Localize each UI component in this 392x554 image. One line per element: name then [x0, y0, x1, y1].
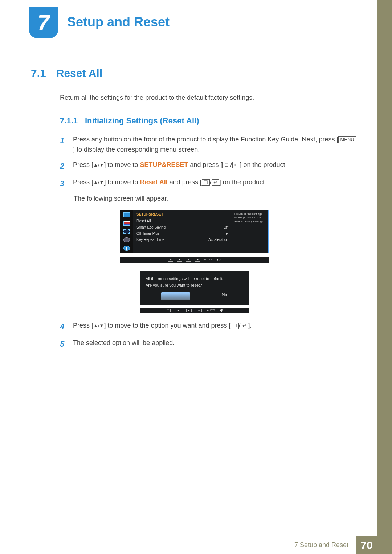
- chapter-tab: 7: [29, 7, 58, 38]
- osd-sidebar: i: [120, 210, 133, 253]
- confirm-line-1: All the menu settings will be reset to d…: [146, 276, 243, 281]
- close-icon: ✕: [166, 309, 171, 312]
- power-icon: ⏻: [217, 258, 220, 262]
- up-down-arrow-icon: ▲/▼: [93, 162, 104, 168]
- osd-navbar: ◄ ▼ ▲ ► AUTO ⏻: [120, 257, 269, 263]
- osd-screenshot-confirm: All the menu settings will be reset to d…: [140, 271, 249, 305]
- step-2: 2 Press [▲/▼] to move to SETUP&RESET and…: [60, 160, 358, 172]
- step-5: 5 The selected option will be applied.: [60, 338, 358, 350]
- right-arrow-icon: ►: [195, 258, 200, 262]
- confirm-yes-option: [161, 292, 190, 300]
- text: ] to display the corresponding menu scre…: [73, 146, 200, 153]
- footer-page-number: 70: [356, 536, 377, 554]
- osd-row-value: Off: [224, 225, 228, 229]
- text: Press [: [73, 161, 93, 168]
- left-arrow-icon: ◄: [176, 309, 181, 312]
- text: ] on the product.: [219, 178, 266, 186]
- enter-button-icon: ↵: [241, 323, 248, 329]
- up-down-arrow-icon: ▲/▼: [93, 180, 104, 185]
- confirm-no-option: No: [222, 292, 227, 300]
- step-text: Press any button on the front of the pro…: [73, 135, 358, 155]
- osd-row: Smart Eco SavingOff: [136, 225, 228, 229]
- osd-title: SETUP&RESET: [136, 212, 228, 216]
- step-3: 3 Press [▲/▼] to move to Reset All and p…: [60, 177, 358, 190]
- text: ] to move to: [104, 178, 140, 186]
- auto-label: AUTO: [207, 309, 215, 312]
- osd-row: Key Repeat TimeAcceleration: [136, 238, 228, 242]
- subsection-number: 7.1.1: [60, 116, 78, 126]
- osd-row-label: Off Timer Plus: [136, 231, 159, 235]
- content: 7.1 Reset All Return all the settings fo…: [31, 67, 358, 356]
- size-icon: [123, 229, 130, 234]
- chapter-title: Setup and Reset: [67, 15, 170, 30]
- monitor-icon: [123, 212, 130, 217]
- step-text: The selected option will be applied.: [73, 338, 358, 350]
- osd-screenshot-setup-reset: i SETUP&RESET Reset All Smart Eco Saving…: [120, 210, 269, 253]
- highlight-reset-all: Reset All: [140, 178, 167, 186]
- right-arrow-icon: ►: [186, 309, 192, 312]
- rect-button-icon: ☐: [222, 162, 230, 168]
- menu-button-glyph: MENU: [338, 136, 356, 143]
- osd-navbar-2: ✕ ◄ ► ↵ AUTO ⏻: [140, 308, 249, 313]
- highlight-setup-reset: SETUP&RESET: [140, 161, 188, 168]
- text: ].: [248, 322, 252, 329]
- step-number: 2: [60, 160, 66, 172]
- step-number: 5: [60, 338, 66, 350]
- section-heading: 7.1 Reset All: [31, 67, 358, 79]
- color-icon: [123, 221, 130, 226]
- section-title: Reset All: [56, 67, 102, 79]
- up-down-arrow-icon: ▲/▼: [93, 323, 104, 328]
- text: and press [: [168, 178, 202, 186]
- enter-icon: ↵: [197, 309, 202, 312]
- step-number: 4: [60, 321, 66, 333]
- info-icon: i: [123, 246, 130, 251]
- osd-row-value: ▸: [226, 231, 228, 235]
- step-4: 4 Press [▲/▼] to move to the option you …: [60, 321, 358, 333]
- rect-button-icon: ☐: [202, 179, 210, 186]
- text: Press any button on the front of the pro…: [73, 136, 338, 143]
- confirm-options: No: [146, 292, 243, 300]
- down-arrow-icon: ▼: [177, 258, 183, 262]
- step-text: Press [▲/▼] to move to SETUP&RESET and p…: [73, 160, 358, 172]
- text: ] to move to: [104, 161, 140, 168]
- footer: 7 Setup and Reset 70: [287, 536, 377, 554]
- enter-button-icon: ↵: [232, 162, 240, 168]
- text: and press [: [188, 161, 222, 168]
- footer-text: 7 Setup and Reset: [287, 536, 356, 554]
- step-number: 3: [60, 177, 66, 190]
- left-arrow-icon: ◄: [168, 258, 173, 262]
- step-3-subtext: The following screen will appear.: [74, 195, 358, 202]
- osd-row-label: Key Repeat Time: [136, 238, 164, 242]
- auto-label: AUTO: [204, 258, 213, 261]
- gear-icon: [123, 237, 130, 242]
- right-margin-bar: [377, 0, 392, 554]
- osd-row: Reset All: [136, 219, 228, 223]
- osd-row-value: Acceleration: [208, 238, 228, 242]
- osd-hint: Return all the settings for the product …: [232, 210, 268, 253]
- section-description: Return all the settings for the product …: [60, 94, 358, 102]
- text: ] to move to the option you want and pre…: [104, 322, 230, 329]
- osd-row-label: Smart Eco Saving: [136, 225, 166, 229]
- up-arrow-icon: ▲: [186, 258, 191, 262]
- subsection-title: Initializing Settings (Reset All): [85, 116, 199, 126]
- step-number: 1: [60, 135, 66, 155]
- osd-row: Off Timer Plus▸: [136, 231, 228, 235]
- text: Press [: [73, 178, 93, 186]
- confirm-line-2: Are you sure you want to reset?: [146, 283, 243, 287]
- power-icon: ⏻: [220, 309, 223, 312]
- step-text: Press [▲/▼] to move to the option you wa…: [73, 321, 358, 333]
- osd-main: SETUP&RESET Reset All Smart Eco SavingOf…: [133, 210, 232, 253]
- section-number: 7.1: [31, 67, 46, 79]
- enter-button-icon: ↵: [212, 179, 219, 186]
- rect-button-icon: ☐: [231, 323, 239, 329]
- subsection-heading: 7.1.1 Initializing Settings (Reset All): [60, 116, 358, 126]
- text: Press [: [73, 322, 93, 329]
- step-1: 1 Press any button on the front of the p…: [60, 135, 358, 155]
- osd-row-label: Reset All: [136, 219, 151, 223]
- step-text: Press [▲/▼] to move to Reset All and pre…: [73, 177, 358, 190]
- text: ] on the product.: [240, 161, 287, 168]
